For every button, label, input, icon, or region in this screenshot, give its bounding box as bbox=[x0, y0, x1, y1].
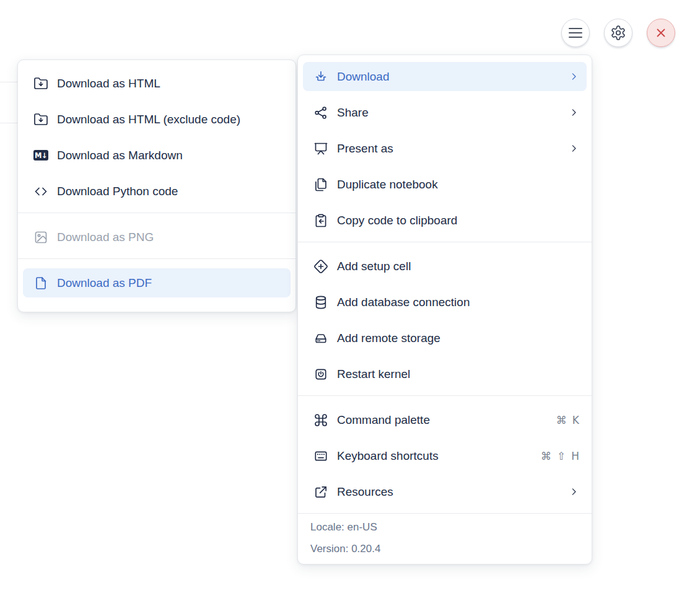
download-icon bbox=[313, 69, 328, 84]
key-cmd: ⌘ bbox=[541, 450, 551, 462]
menu-item-download-as-markdown[interactable]: M↓ Download as Markdown bbox=[23, 141, 291, 170]
menu-item-label: Share bbox=[337, 106, 369, 120]
share-icon bbox=[313, 105, 328, 120]
menu-item-label: Add database connection bbox=[337, 296, 470, 309]
menu-item-download-python-code[interactable]: Download Python code bbox=[23, 177, 291, 206]
key-k: K bbox=[572, 414, 579, 426]
chevron-right-icon bbox=[569, 107, 579, 118]
menu-item-label: Download as PNG bbox=[57, 231, 154, 244]
menu-item-label: Present as bbox=[337, 142, 393, 156]
menu-item-label: Download as PDF bbox=[57, 276, 152, 290]
menu-item-add-database-connection[interactable]: Add database connection bbox=[303, 288, 587, 317]
hard-drive-icon bbox=[313, 331, 328, 346]
keyboard-icon bbox=[313, 449, 328, 464]
menu-item-share[interactable]: Share bbox=[303, 98, 587, 127]
hamburger-icon bbox=[569, 28, 582, 38]
settings-button[interactable] bbox=[604, 19, 632, 47]
menu-item-add-setup-cell[interactable]: Add setup cell bbox=[303, 252, 587, 281]
menu-item-label: Copy code to clipboard bbox=[337, 214, 457, 227]
key-shift: ⇧ bbox=[557, 450, 566, 462]
command-icon bbox=[313, 413, 328, 428]
menu-item-label: Add setup cell bbox=[337, 260, 411, 273]
floating-toolbar bbox=[561, 19, 675, 47]
menu-item-label: Download as HTML bbox=[57, 77, 160, 90]
diamond-plus-icon bbox=[313, 259, 328, 274]
menu-item-duplicate-notebook[interactable]: Duplicate notebook bbox=[303, 170, 587, 199]
menu-separator bbox=[18, 213, 295, 213]
database-icon bbox=[313, 295, 328, 310]
chevron-right-icon bbox=[569, 71, 579, 82]
gear-icon bbox=[610, 25, 626, 41]
menu-footer: Locale: en-US Version: 0.20.4 bbox=[298, 513, 592, 564]
clipboard-copy-icon bbox=[313, 213, 328, 228]
markdown-icon: M↓ bbox=[33, 148, 48, 163]
menu-item-label: Duplicate notebook bbox=[337, 178, 438, 191]
menu-item-restart-kernel[interactable]: Restart kernel bbox=[303, 359, 587, 389]
menu-item-command-palette[interactable]: Command palette ⌘ K bbox=[303, 405, 587, 434]
key-h: H bbox=[571, 450, 579, 462]
close-button[interactable] bbox=[647, 19, 675, 47]
page-divider-line bbox=[0, 123, 18, 123]
menu-separator bbox=[18, 258, 295, 259]
menu-item-download-as-html[interactable]: Download as HTML bbox=[23, 69, 291, 98]
notebook-page: Download as HTML Download as HTML (exclu… bbox=[0, 0, 700, 611]
menu-item-download[interactable]: Download bbox=[303, 62, 587, 91]
copy-pages-icon bbox=[313, 177, 328, 192]
menu-item-label: Download Python code bbox=[57, 185, 178, 198]
external-link-icon bbox=[313, 485, 328, 499]
menu-item-label: Command palette bbox=[337, 413, 430, 427]
menu-separator bbox=[298, 242, 592, 242]
menu-item-label: Download as HTML (exclude code) bbox=[57, 113, 240, 126]
version-text: Version: 0.20.4 bbox=[310, 542, 579, 556]
close-icon bbox=[654, 25, 668, 40]
power-square-icon bbox=[313, 367, 328, 382]
menu-item-download-as-png: Download as PNG bbox=[23, 222, 291, 252]
menu-item-label: Restart kernel bbox=[337, 367, 410, 381]
download-submenu: Download as HTML Download as HTML (exclu… bbox=[17, 59, 296, 312]
menu-item-add-remote-storage[interactable]: Add remote storage bbox=[303, 323, 587, 353]
locale-text: Locale: en-US bbox=[310, 521, 579, 534]
menu-item-label: Download bbox=[337, 70, 390, 84]
chevron-right-icon bbox=[569, 143, 579, 154]
shortcut-hint: ⌘ ⇧ H bbox=[541, 450, 579, 462]
menu-item-resources[interactable]: Resources bbox=[303, 477, 587, 506]
menu-separator bbox=[298, 395, 592, 396]
menu-item-copy-code-to-clipboard[interactable]: Copy code to clipboard bbox=[303, 206, 587, 235]
code-icon bbox=[33, 184, 48, 199]
menu-item-label: Resources bbox=[337, 485, 393, 499]
shortcut-hint: ⌘ K bbox=[556, 414, 579, 426]
menu-item-download-as-html-exclude-code[interactable]: Download as HTML (exclude code) bbox=[23, 105, 291, 134]
chevron-right-icon bbox=[569, 486, 579, 497]
menu-item-label: Download as Markdown bbox=[57, 149, 183, 162]
menu-item-present-as[interactable]: Present as bbox=[303, 134, 587, 163]
menu-item-label: Keyboard shortcuts bbox=[337, 449, 439, 463]
file-icon bbox=[33, 276, 48, 291]
key-cmd: ⌘ bbox=[556, 414, 567, 426]
presentation-icon bbox=[313, 141, 328, 156]
menu-item-download-as-pdf[interactable]: Download as PDF bbox=[23, 268, 291, 297]
folder-download-icon bbox=[33, 112, 48, 127]
image-icon bbox=[33, 230, 48, 245]
menu-item-label: Add remote storage bbox=[337, 332, 440, 345]
menu-item-keyboard-shortcuts[interactable]: Keyboard shortcuts ⌘ ⇧ H bbox=[303, 441, 587, 470]
notebook-actions-menu: Download Share bbox=[297, 55, 592, 565]
page-divider-line bbox=[0, 82, 18, 82]
notebook-menu-button[interactable] bbox=[561, 19, 590, 47]
folder-download-icon bbox=[33, 76, 48, 91]
